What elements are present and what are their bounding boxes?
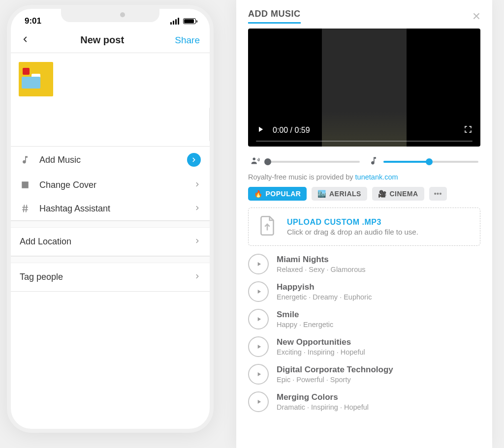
video-seek-track[interactable] <box>256 141 472 142</box>
track-name: Merging Colors <box>277 392 369 402</box>
ellipsis-icon: ••• <box>434 190 442 198</box>
media-preview-area <box>11 53 210 147</box>
chevron-right-icon <box>187 153 201 167</box>
post-options-list: Add Music Change Cover Hashtag Assistant <box>11 147 210 221</box>
back-button[interactable] <box>21 35 30 46</box>
track-tags: Relaxed · Sexy · Glamorous <box>277 266 366 273</box>
menu-label: Add Music <box>39 155 178 165</box>
track-name: Smile <box>277 310 333 320</box>
menu-label: Tag people <box>20 272 63 282</box>
upload-dropzone[interactable]: UPLOAD CUSTOM .MP3 Click or drag & drop … <box>248 208 480 246</box>
menu-add-location[interactable]: Add Location <box>11 228 210 256</box>
aerials-icon: 🏙️ <box>317 190 326 198</box>
play-icon[interactable] <box>248 364 269 385</box>
track-item[interactable]: Happyish Energetic · Dreamy · Euphoric <box>248 281 480 302</box>
track-name: Happyish <box>277 282 372 292</box>
category-tabs: 🔥 POPULAR 🏙️ AERIALS 🎥 CINEMA ••• <box>248 187 480 201</box>
music-volume-slider[interactable] <box>369 156 478 168</box>
phone-mock: 9:01 New post Share Add Music <box>7 5 214 433</box>
track-item[interactable]: Merging Colors Dramatic · Inspiring · Ho… <box>248 391 480 412</box>
play-icon[interactable] <box>248 391 269 412</box>
track-tags: Epic · Powerful · Sporty <box>277 376 393 384</box>
track-name: Miami Nights <box>277 255 366 265</box>
upload-icon <box>257 215 277 239</box>
menu-label: Change Cover <box>39 180 185 190</box>
menu-tag-people[interactable]: Tag people <box>11 263 210 292</box>
voice-volume-slider[interactable] <box>250 155 360 168</box>
track-item[interactable]: Digital Corporate Technology Epic · Powe… <box>248 364 480 385</box>
battery-icon <box>183 18 196 24</box>
panel-title: ADD MUSIC <box>248 9 301 24</box>
track-item[interactable]: New Opportunities Exciting · Inspiring ·… <box>248 336 480 357</box>
chevron-right-icon <box>194 180 201 190</box>
upload-subtitle: Click or drag & drop an audio file to us… <box>287 228 418 236</box>
tab-label: POPULAR <box>266 190 301 198</box>
credit-text: Royalty-free music is provided by <box>248 173 355 181</box>
section-gap <box>11 256 210 263</box>
upload-title: UPLOAD CUSTOM .MP3 <box>287 218 418 227</box>
chevron-right-icon <box>194 237 201 247</box>
chevron-right-icon <box>194 204 201 214</box>
slider-track[interactable] <box>383 161 478 163</box>
cinema-icon: 🎥 <box>378 190 387 198</box>
tab-popular[interactable]: 🔥 POPULAR <box>248 187 307 201</box>
add-music-panel: ADD MUSIC × 0:00 / 0:59 <box>236 0 492 448</box>
tab-label: AERIALS <box>329 190 361 198</box>
track-tags: Dramatic · Inspiring · Hopeful <box>277 403 369 411</box>
clock-time: 9:01 <box>25 16 41 26</box>
track-item[interactable]: Smile Happy · Energetic <box>248 309 480 329</box>
phone-notch <box>61 7 159 22</box>
menu-hashtag-assistant[interactable]: Hashtag Assistant <box>11 197 210 220</box>
voice-icon <box>250 155 261 168</box>
track-list: Miami Nights Relaxed · Sexy · Glamorous … <box>248 254 480 412</box>
play-icon[interactable] <box>248 309 269 329</box>
close-button[interactable]: × <box>472 9 480 23</box>
tab-aerials[interactable]: 🏙️ AERIALS <box>312 187 367 201</box>
post-thumbnail[interactable] <box>19 62 53 96</box>
music-icon <box>369 156 378 168</box>
play-icon[interactable] <box>248 336 269 357</box>
video-controls: 0:00 / 0:59 <box>248 121 480 147</box>
section-gap <box>11 221 210 228</box>
menu-add-music[interactable]: Add Music <box>11 147 210 173</box>
music-credit: Royalty-free music is provided by tuneta… <box>248 173 480 181</box>
hashtag-icon <box>20 203 31 214</box>
menu-label: Hashtag Assistant <box>39 204 185 214</box>
track-tags: Exciting · Inspiring · Hopeful <box>277 348 365 356</box>
fullscreen-button[interactable] <box>464 125 472 136</box>
menu-change-cover[interactable]: Change Cover <box>11 173 210 197</box>
share-button[interactable]: Share <box>175 35 200 46</box>
menu-label: Add Location <box>20 237 71 247</box>
phone-side-button <box>209 107 212 142</box>
status-icons <box>170 18 196 25</box>
tab-label: CINEMA <box>389 190 418 198</box>
play-icon[interactable] <box>248 254 269 274</box>
tab-more[interactable]: ••• <box>429 187 447 201</box>
video-timecode: 0:00 / 0:59 <box>273 126 456 135</box>
play-button[interactable] <box>256 125 265 136</box>
tab-cinema[interactable]: 🎥 CINEMA <box>372 187 424 201</box>
video-preview[interactable]: 0:00 / 0:59 <box>248 29 480 147</box>
audio-sliders <box>250 155 478 168</box>
slider-track[interactable] <box>266 161 360 163</box>
track-item[interactable]: Miami Nights Relaxed · Sexy · Glamorous <box>248 254 480 274</box>
page-title: New post <box>30 34 175 46</box>
image-icon <box>20 179 31 190</box>
panel-header: ADD MUSIC × <box>248 9 480 24</box>
fire-icon: 🔥 <box>254 190 263 198</box>
chevron-right-icon <box>194 272 201 282</box>
track-name: New Opportunities <box>277 337 365 347</box>
credit-link[interactable]: tunetank.com <box>355 173 398 181</box>
music-note-icon <box>20 154 31 165</box>
track-name: Digital Corporate Technology <box>277 365 393 375</box>
play-icon[interactable] <box>248 281 269 302</box>
track-tags: Energetic · Dreamy · Euphoric <box>277 293 372 301</box>
signal-icon <box>170 18 179 25</box>
post-header: New post Share <box>11 30 210 53</box>
track-tags: Happy · Energetic <box>277 321 333 329</box>
svg-point-0 <box>253 158 256 161</box>
